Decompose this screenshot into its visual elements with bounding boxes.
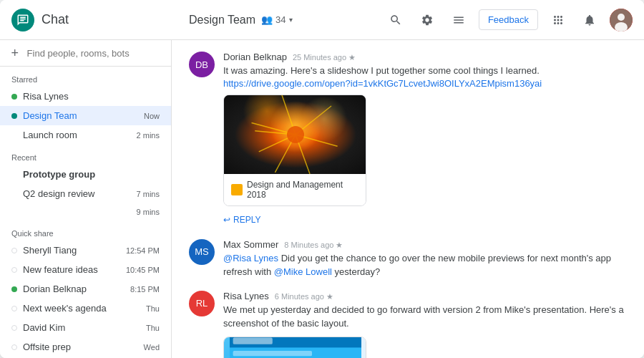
message-group-risa: RL Risa Lynes 6 Minutes ago ★ We met up … [189, 291, 627, 359]
sidebar-item-offsite[interactable]: Offsite prep Wed [0, 337, 171, 357]
empty-dot [11, 172, 17, 178]
message-text: @Risa Lynes Did you get the chance to go… [223, 251, 627, 279]
top-bar-right: Feedback [384, 9, 633, 32]
firework-background [224, 95, 366, 174]
sidebar-item-risa-lynes[interactable]: Risa Lynes [0, 87, 171, 106]
sparks-svg [224, 95, 366, 174]
sidebar-item-name: Next week's agenda [23, 303, 143, 314]
sidebar-item-name: Sheryll Tiang [23, 245, 123, 256]
apps-button[interactable] [547, 9, 570, 32]
top-bar-center: Design Team 👥 34 ▾ [183, 14, 384, 26]
reply-arrow-icon: ↩ [223, 215, 230, 225]
sidebar-item-design-team[interactable]: Design Team Now [0, 106, 171, 125]
sidebar-item-q2-review[interactable]: Q2 design review 7 mins [0, 184, 171, 203]
sidebar-item-prototype-group[interactable]: Prototype group [0, 165, 171, 184]
message-header: Max Sommer 8 Minutes ago ★ [223, 239, 627, 250]
reply-label: REPLY [233, 215, 260, 225]
sidebar-item-time: 8:15 PM [130, 285, 160, 294]
sidebar-item-time: 12:54 PM [126, 246, 160, 255]
top-bar-left: Chat [11, 9, 183, 32]
empty-dot [11, 209, 17, 215]
add-button[interactable]: + [9, 46, 21, 60]
mention-risa: @Risa Lynes [223, 253, 278, 263]
sidebar-item-next-week[interactable]: Next week's agenda Thu [0, 299, 171, 318]
online-dot [11, 94, 17, 100]
message-avatar: RL [189, 291, 215, 316]
sidebar-item-dorian[interactable]: Dorian Belknap 8:15 PM [0, 279, 171, 299]
message-avatar: DB [189, 52, 215, 77]
mention-mike: @Mike Lowell [274, 266, 332, 277]
message-content: Dorian Belknap 25 Minutes ago ★ It was a… [223, 52, 627, 228]
image-card-label: Design and Management 2018 [224, 174, 366, 205]
sidebar-item-new-feature[interactable]: New feature ideas 10:45 PM [0, 260, 171, 279]
dropdown-arrow-icon[interactable]: ▾ [289, 16, 293, 24]
sidebar-item-david-kim[interactable]: David Kim Thu [0, 318, 171, 337]
search-button[interactable] [384, 9, 407, 32]
sidebar-item-name: Q2 design review [23, 188, 134, 199]
sidebar-search: + [0, 40, 171, 67]
message-time: 25 Minutes ago ★ [293, 53, 356, 62]
image-card-image [224, 95, 366, 174]
image-card[interactable]: Design and Management 2018 [223, 95, 366, 206]
app-title: Chat [42, 12, 69, 27]
message-time: 8 Minutes ago ★ [284, 241, 343, 250]
sidebar-item-blank[interactable]: 9 mins [0, 203, 171, 221]
sidebar: + Starred Risa Lynes Design Team Now Lau… [0, 40, 172, 358]
screenshot-card[interactable] [223, 337, 366, 359]
message-link[interactable]: https://drive.google.com/open?id=1vkKtGc… [223, 78, 542, 89]
sidebar-item-time: 7 mins [137, 190, 160, 198]
room-members: 👥 34 ▾ [261, 14, 292, 25]
message-text: It was amazing. Here's a slideshow I put… [223, 64, 627, 78]
member-count: 34 [275, 14, 286, 25]
image-card-title: Design and Management 2018 [247, 180, 358, 200]
app-logo [11, 9, 34, 32]
sidebar-item-time: 2 mins [137, 131, 160, 140]
empty-dot [11, 344, 17, 350]
top-bar: Chat Design Team 👥 34 ▾ [0, 0, 644, 40]
svg-point-1 [618, 14, 625, 21]
sidebar-item-sheryll[interactable]: Sheryll Tiang 12:54 PM [0, 241, 171, 260]
sidebar-item-time: Now [144, 112, 160, 120]
notifications-button[interactable] [578, 9, 601, 32]
sidebar-item-time: Wed [144, 343, 160, 352]
feedback-button[interactable]: Feedback [479, 9, 538, 30]
room-name: Design Team [189, 14, 255, 26]
sidebar-item-launch-room[interactable]: Launch room 2 mins [0, 125, 171, 145]
message-content: Max Sommer 8 Minutes ago ★ @Risa Lynes D… [223, 239, 627, 279]
sidebar-item-name: Launch room [23, 130, 134, 140]
search-input[interactable] [27, 48, 162, 59]
sidebar-item-name: David Kim [23, 322, 143, 333]
sidebar-item-time: Thu [146, 324, 160, 332]
message-group-dorian: DB Dorian Belknap 25 Minutes ago ★ It wa… [189, 52, 627, 228]
sidebar-item-time: 10:45 PM [126, 266, 160, 274]
settings-button[interactable] [416, 9, 439, 32]
main-layout: + Starred Risa Lynes Design Team Now Lau… [0, 40, 644, 358]
message-text: We met up yesterday and decided to go fo… [223, 303, 627, 331]
svg-rect-14 [233, 337, 273, 344]
message-sender: Dorian Belknap [223, 52, 287, 62]
menu-button[interactable] [447, 9, 470, 32]
message-time: 6 Minutes ago ★ [275, 292, 333, 301]
quick-share-label: Quick share [0, 221, 171, 241]
message-sender: Max Sommer [223, 239, 278, 250]
active-dot [11, 113, 17, 119]
sidebar-item-name: Prototype group [23, 169, 160, 180]
app-window: Chat Design Team 👥 34 ▾ [0, 0, 644, 358]
empty-dot [11, 306, 17, 311]
chat-messages: DB Dorian Belknap 25 Minutes ago ★ It wa… [172, 40, 644, 358]
members-icon: 👥 [261, 14, 273, 25]
online-dot [11, 286, 17, 292]
recent-label: Recent [0, 145, 171, 165]
sidebar-item-name: Design Team [23, 110, 141, 121]
svg-line-9 [252, 107, 296, 150]
reply-button[interactable]: ↩ REPLY [223, 212, 260, 228]
message-sender: Risa Lynes [223, 291, 269, 301]
svg-rect-15 [233, 351, 312, 356]
sidebar-item-name: Risa Lynes [23, 91, 160, 102]
empty-dot [11, 191, 17, 197]
user-avatar[interactable] [610, 9, 633, 32]
empty-dot [11, 325, 17, 331]
message-avatar: MS [189, 239, 215, 265]
starred-label: Starred [0, 67, 171, 87]
sidebar-item-name: Offsite prep [23, 342, 141, 352]
